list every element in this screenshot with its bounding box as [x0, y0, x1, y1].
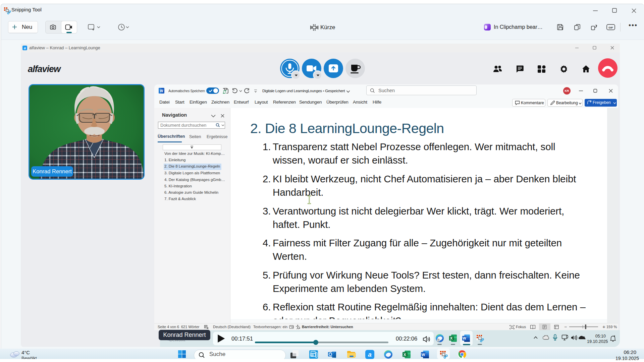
svg-text:a: a — [24, 46, 26, 50]
svg-text:GIF: GIF — [608, 26, 613, 29]
svg-text:W: W — [421, 353, 425, 357]
svg-text:W: W — [160, 89, 163, 93]
svg-text:X: X — [404, 353, 406, 357]
svg-text:W: W — [463, 336, 466, 340]
svg-text:a: a — [368, 351, 372, 358]
svg-text:X: X — [450, 336, 453, 340]
